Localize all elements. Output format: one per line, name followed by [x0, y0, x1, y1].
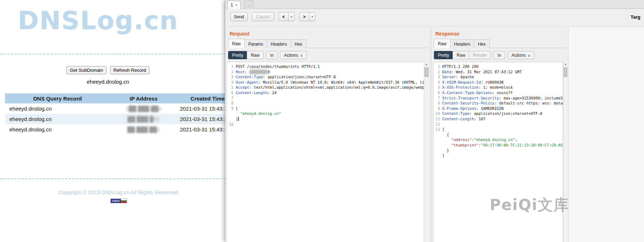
response-view-pretty[interactable]: Pretty: [434, 51, 453, 59]
history-back-button[interactable]: <: [278, 12, 289, 21]
history-forward-group: > ▾: [299, 12, 316, 21]
cnzz-label: CNZZ: [111, 199, 121, 203]
response-tab-headers[interactable]: Headers: [450, 39, 474, 48]
code-line: 12: [434, 122, 563, 127]
redacted-ip: ██.███.█52: [128, 116, 160, 122]
target-label: Targ: [631, 14, 640, 20]
cancel-button[interactable]: Cancel: [252, 12, 274, 21]
text-caret: [238, 117, 239, 121]
response-tabs: RawHeadersHex: [434, 39, 565, 48]
record-cell: eheeyd.dnslog.cn: [5, 103, 110, 114]
ip-cell: 1██.███.██4: [110, 103, 177, 114]
scroll-up-icon[interactable]: ▲: [424, 62, 429, 67]
scrollbar-thumb[interactable]: [564, 68, 567, 77]
code-line: 6X-Content-Type-Options: nosniff: [434, 90, 563, 96]
response-actions-button[interactable]: Actions∨: [508, 51, 534, 59]
cnzz-badge-row: CNZZ: [0, 197, 237, 204]
table-header-row: DNS Query Record IP Address Created Time: [5, 93, 238, 103]
burp-window: 1× ... Send Cancel < ▾ > ▾ Targ Request …: [225, 0, 644, 242]
request-tab-headers[interactable]: Headers: [267, 39, 291, 48]
repeater-tab-strip: 1× ...: [225, 0, 644, 9]
code-line: 7: [227, 96, 428, 101]
history-back-dropdown-icon[interactable]: ▾: [288, 12, 295, 21]
history-back-group: < ▾: [278, 12, 295, 21]
response-view-render[interactable]: Render: [469, 51, 491, 59]
code-line: ]: [227, 116, 428, 122]
request-view-pretty[interactable]: Pretty: [228, 51, 247, 59]
cnzz-stripes-icon: [121, 199, 127, 203]
code-line: 2Host: ████████0: [227, 69, 428, 75]
screen: DNSLog.cn Get SubDomain Refresh Record e…: [0, 0, 644, 242]
response-view-raw[interactable]: Raw: [453, 51, 469, 59]
get-subdomain-button[interactable]: Get SubDomain: [67, 66, 106, 74]
code-line: ]: [434, 153, 563, 158]
repeater-tab-1[interactable]: 1×: [227, 1, 241, 9]
dns-query-table: DNS Query Record IP Address Created Time…: [5, 93, 238, 135]
request-title: Request: [230, 31, 249, 37]
scroll-up-icon[interactable]: ▲: [563, 62, 568, 67]
column-header-record: DNS Query Record: [5, 93, 110, 103]
actions-label: Actions: [512, 53, 526, 58]
table-row: eheeyd.dnslog.cn 1██.███.██4 2021-03-31 …: [5, 103, 238, 114]
send-button[interactable]: Send: [230, 12, 248, 21]
repeater-tab-more[interactable]: ...: [245, 1, 253, 9]
request-editor[interactable]: 1POST /casa/nodes/thumbprints HTTP/1.12H…: [227, 62, 429, 242]
close-icon[interactable]: ×: [235, 3, 237, 7]
repeater-tab-label: 1: [231, 3, 233, 8]
history-forward-dropdown-icon[interactable]: ▾: [309, 12, 316, 21]
request-scrollbar[interactable]: ▲: [424, 62, 429, 242]
code-line: 1POST /casa/nodes/thumbprints HTTP/1.1: [227, 64, 428, 69]
dashed-divider-bottom: [0, 178, 233, 179]
chevron-down-icon: ∨: [300, 54, 303, 57]
response-view-tabs: PrettyRawRender\nActions∨: [434, 51, 534, 60]
response-tab-raw[interactable]: Raw: [434, 39, 450, 48]
redacted-ip: ██.███.██2: [127, 126, 160, 132]
request-view-tabs: PrettyRaw\nActions∨: [228, 51, 306, 60]
code-line: 9[: [227, 106, 428, 111]
code-line: 10: [227, 122, 428, 127]
code-line: 4User-Agent: Mozilla/5.0 (Windows NT 10.…: [227, 80, 428, 85]
request-tab-params[interactable]: Params: [244, 39, 267, 48]
request-actions-button[interactable]: Actions∨: [280, 51, 307, 59]
scrollbar-thumb[interactable]: [425, 68, 428, 77]
request-view-newline[interactable]: \n: [266, 51, 277, 59]
dashed-divider-top: [0, 54, 233, 55]
inspector-panel: [568, 27, 644, 242]
code-line: 7Strict-Transport-Security: max-age=3153…: [434, 96, 563, 101]
code-line: 13[: [434, 127, 563, 132]
code-line: 4X-VSCM-Request-Id: rU000A3B: [434, 80, 563, 85]
response-view-newline[interactable]: \n: [494, 51, 505, 59]
code-line: 2Date: Wed, 31 Mar 2021 07:43:12 GMT: [434, 69, 563, 75]
column-header-ip: IP Address: [110, 93, 177, 103]
request-panel: Request RawParamsHeadersHex PrettyRaw\nA…: [225, 27, 431, 242]
request-view-raw[interactable]: Raw: [247, 51, 263, 59]
request-tabs: RawParamsHeadersHex: [228, 39, 428, 48]
code-line: 9X-Frame-Options: SAMEORIGIN: [434, 106, 563, 111]
redacted-ip: 1██.███.██4: [126, 106, 161, 112]
code-line: "eheeyd.dnslog.cn": [227, 111, 428, 116]
request-tab-raw[interactable]: Raw: [228, 39, 245, 48]
code-line: "thumbprint":"96:17:9A:B0:7C:21:13:2B:90…: [434, 143, 563, 148]
cnzz-badge[interactable]: CNZZ: [110, 199, 127, 203]
code-line: 3Content-Type: application/json;charset=…: [227, 74, 428, 80]
code-line: 11Content-Length: 107: [434, 116, 563, 122]
chevron-down-icon: ∨: [528, 54, 530, 57]
ip-cell: ██.███.█52: [110, 114, 177, 124]
dnslog-button-row: Get SubDomain Refresh Record: [0, 66, 216, 74]
request-tab-hex[interactable]: Hex: [291, 39, 306, 48]
response-title: Response: [435, 31, 459, 37]
code-line: 6Content-Length: 24: [227, 90, 428, 96]
refresh-record-button[interactable]: Refresh Record: [110, 66, 149, 74]
code-line: }: [434, 148, 563, 153]
code-line: 8: [227, 101, 428, 106]
record-cell: eheeyd.dnslog.cn: [5, 124, 110, 135]
dnslog-page: DNSLog.cn Get SubDomain Refresh Record e…: [0, 0, 237, 242]
code-line: 8Content-Security-Policy: default-src ht…: [434, 101, 563, 106]
code-line: 5X-XSS-Protection: 1; mode=block: [434, 85, 563, 90]
history-forward-button[interactable]: >: [299, 12, 309, 21]
repeater-toolbar: Send Cancel < ▾ > ▾ Targ: [225, 9, 644, 27]
record-cell: eheeyd.dnslog.cn: [5, 114, 110, 124]
code-line: 1HTTP/1.1 200 200: [434, 64, 563, 69]
code-line: 3Server: Apache: [434, 74, 563, 80]
response-tab-hex[interactable]: Hex: [474, 39, 489, 48]
